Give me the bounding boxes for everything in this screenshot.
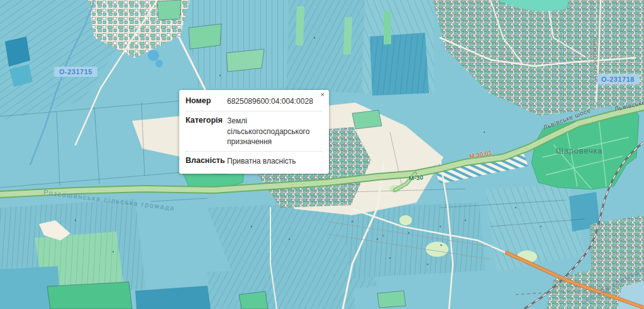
popup-row-ownership-label: Власність xyxy=(186,156,227,167)
popup-row-ownership: Власність Приватна власність xyxy=(186,152,323,171)
road-badge-o231715: О-231715 xyxy=(54,67,97,77)
popup-row-number: Номер 6825089600:04:004:0028 xyxy=(186,92,323,111)
popup-row-category: Категорія Землі сільськогосподарського п… xyxy=(186,111,323,152)
popup-row-number-value: 6825089600:04:004:0028 xyxy=(227,96,323,107)
popup-row-number-label: Номер xyxy=(186,96,227,107)
popup-row-category-label: Категорія xyxy=(186,116,227,147)
road-badge-o231718: О-231718 xyxy=(596,74,640,84)
popup-close-icon[interactable]: × xyxy=(321,91,325,98)
popup-row-category-value: Землі сільськогосподарського призначення xyxy=(227,116,323,147)
map-viewport[interactable]: О-231715 О-231718 Львівське шосе Львівсь… xyxy=(0,0,644,309)
parcel-info-popup: × Номер 6825089600:04:004:0028 Категорія… xyxy=(179,90,329,174)
popup-row-ownership-value: Приватна власність xyxy=(227,156,323,167)
